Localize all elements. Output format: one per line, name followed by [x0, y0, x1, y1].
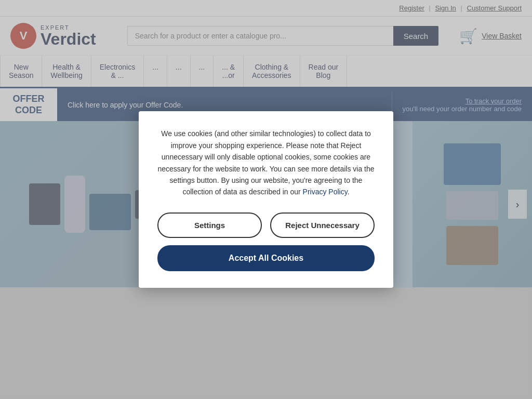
accept-all-button[interactable]: Accept All Cookies — [157, 245, 375, 271]
settings-button[interactable]: Settings — [157, 212, 262, 238]
privacy-policy-link[interactable]: Privacy Policy — [303, 188, 348, 196]
cookie-row1: Settings Reject Unnecessary — [157, 212, 375, 238]
cookie-modal: We use cookies (and other similar techno… — [139, 111, 393, 287]
cookie-text: We use cookies (and other similar techno… — [157, 128, 375, 197]
cookie-overlay: We use cookies (and other similar techno… — [0, 0, 532, 287]
reject-button[interactable]: Reject Unnecessary — [270, 212, 375, 238]
